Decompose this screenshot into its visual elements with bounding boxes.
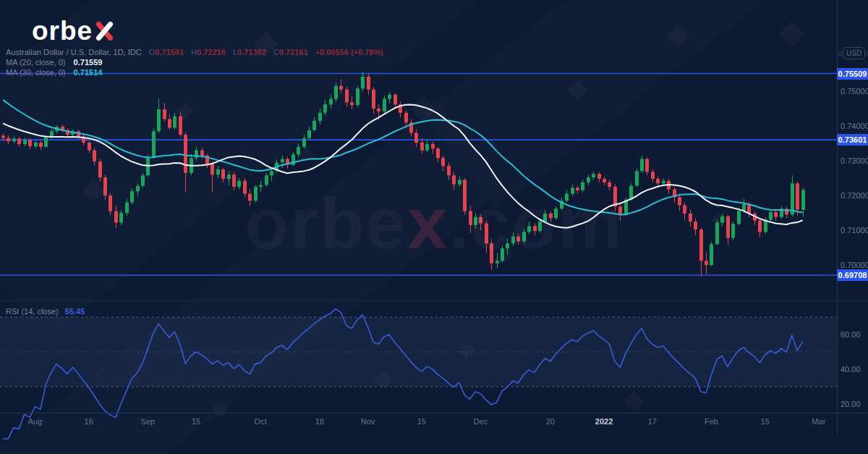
time-axis-label: Feb [705, 417, 718, 426]
ma20-legend-row: MA (20, close, 0) 0.71559 [6, 58, 383, 67]
price-axis-label: 0.75000 [841, 87, 868, 96]
price-level-badge: 0.75509 [837, 68, 868, 80]
rsi-label: RSI (14, close) [6, 307, 59, 316]
time-axis-label: 2022 [595, 417, 613, 426]
chart-legend: Australian Dollar / U.S. Dollar, 1D, IDC… [6, 48, 383, 78]
time-axis-label: Nov [361, 417, 375, 426]
time-axis-label: 16 [85, 417, 93, 426]
low-value: 0.71392 [237, 48, 266, 56]
price-axis-label: 0.71000 [841, 226, 868, 235]
time-axis-label: 17 [648, 417, 657, 426]
candlesticks [1, 72, 805, 276]
price-axis-label: 0.72000 [841, 191, 868, 200]
time-axis-label: 15 [417, 417, 426, 426]
rsi-legend-row: RSI (14, close) 55.45 [6, 307, 85, 316]
time-axis-label: 20 [546, 417, 555, 426]
price-axis-label: 0.70000 [841, 261, 868, 269]
rsi-axis-label: 60.00 [841, 330, 861, 339]
high-key: H [191, 48, 197, 56]
rsi-axis-label: 40.00 [841, 365, 861, 374]
close-key: C [273, 48, 279, 56]
price-axis-settings: 0 USD 0 [838, 48, 868, 59]
change-value: +0.00556 (+0.78%) [315, 48, 383, 56]
time-axis-label: Aug [28, 417, 43, 426]
time-axis-label: 15 [192, 417, 200, 426]
time-axis-label: Dec [474, 417, 488, 426]
rsi-value: 55.45 [65, 307, 85, 316]
time-axis-label: 18 [315, 417, 324, 426]
time-axis-label: Sep [141, 417, 156, 426]
orbex-logo: orbe [32, 16, 114, 46]
ma30-value: 0.71514 [74, 68, 103, 77]
time-axis-label: Mar [812, 417, 825, 426]
currency-toggle-button[interactable]: USD [843, 48, 864, 59]
time-axis-label: Oct [255, 417, 267, 426]
ma20-value: 0.71559 [74, 58, 103, 67]
price-axis-label: 0.73000 [841, 156, 868, 165]
price-level-badge: 0.69708 [837, 269, 868, 281]
axis-toggle-left-icon[interactable]: 0 [838, 50, 842, 57]
symbol-legend-row: Australian Dollar / U.S. Dollar, 1D, IDC… [6, 48, 383, 57]
time-axis-label: 15 [761, 417, 770, 426]
orbex-logo-x-icon [95, 20, 114, 43]
price-level-badge: 0.73601 [837, 134, 868, 146]
price-axis[interactable]: 0 USD 0 0.750000.740000.730000.720000.71… [837, 0, 868, 434]
open-key: O [149, 48, 156, 56]
price-axis-label: 0.74000 [841, 122, 868, 130]
symbol-title: Australian Dollar / U.S. Dollar, 1D, IDC [6, 48, 142, 56]
close-value: 0.72161 [279, 48, 308, 56]
ma20-line [3, 104, 803, 227]
time-axis[interactable]: Aug16Sep15Oct18Nov15Dec20202217Feb15Mar [0, 413, 868, 454]
ma30-legend-row: MA (30, close, 0) 0.71514 [6, 68, 383, 77]
open-value: 0.71591 [155, 48, 184, 56]
orbex-logo-text: orbe [32, 16, 93, 46]
ma20-label: MA (20, close, 0) [6, 58, 66, 67]
ma30-label: MA (30, close, 0) [6, 68, 66, 77]
high-value: 0.72216 [197, 48, 226, 56]
rsi-axis-label: 20.00 [841, 400, 861, 408]
